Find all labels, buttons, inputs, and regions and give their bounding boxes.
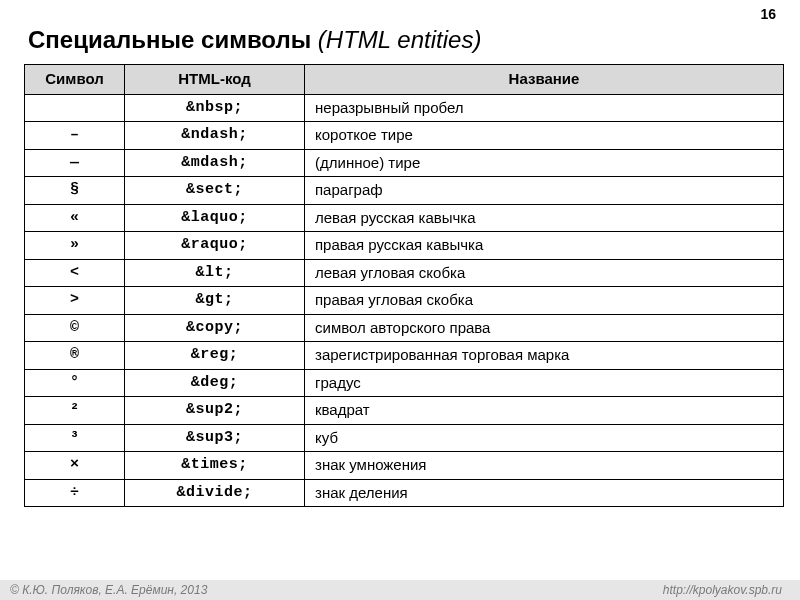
cell-code: &divide; <box>125 479 305 507</box>
col-code: HTML-код <box>125 65 305 95</box>
cell-description: правая русская кавычка <box>305 232 784 260</box>
cell-symbol: » <box>25 232 125 260</box>
table-row: >&gt;правая угловая скобка <box>25 287 784 315</box>
cell-symbol: ² <box>25 397 125 425</box>
cell-symbol: × <box>25 452 125 480</box>
cell-description: куб <box>305 424 784 452</box>
cell-symbol: — <box>25 149 125 177</box>
cell-description: параграф <box>305 177 784 205</box>
table-row: <&lt;левая угловая скобка <box>25 259 784 287</box>
page-title: Специальные символы (HTML entities) <box>0 0 800 64</box>
cell-symbol: ³ <box>25 424 125 452</box>
cell-code: &sect; <box>125 177 305 205</box>
table-row: ³&sup3;куб <box>25 424 784 452</box>
table-row: §&sect;параграф <box>25 177 784 205</box>
title-main: Специальные символы <box>28 26 311 53</box>
cell-code: &gt; <box>125 287 305 315</box>
entities-table: Символ HTML-код Название &nbsp;неразрывн… <box>24 64 784 507</box>
cell-code: &reg; <box>125 342 305 370</box>
cell-description: зарегистрированная торговая марка <box>305 342 784 370</box>
cell-code: &copy; <box>125 314 305 342</box>
cell-symbol: ° <box>25 369 125 397</box>
footer-url: http://kpolyakov.spb.ru <box>663 583 782 597</box>
cell-symbol: ÷ <box>25 479 125 507</box>
cell-description: квадрат <box>305 397 784 425</box>
table-row: °&deg;градус <box>25 369 784 397</box>
cell-description: символ авторского права <box>305 314 784 342</box>
cell-symbol: < <box>25 259 125 287</box>
cell-description: левая угловая скобка <box>305 259 784 287</box>
cell-code: &deg; <box>125 369 305 397</box>
cell-description: (длинное) тире <box>305 149 784 177</box>
table-row: ®&reg;зарегистрированная торговая марка <box>25 342 784 370</box>
col-symbol: Символ <box>25 65 125 95</box>
cell-code: &sup2; <box>125 397 305 425</box>
cell-code: &nbsp; <box>125 94 305 122</box>
cell-code: &laquo; <box>125 204 305 232</box>
cell-symbol: « <box>25 204 125 232</box>
table-row: ×&times;знак умножения <box>25 452 784 480</box>
cell-code: &raquo; <box>125 232 305 260</box>
cell-code: &ndash; <box>125 122 305 150</box>
cell-description: неразрывный пробел <box>305 94 784 122</box>
cell-symbol <box>25 94 125 122</box>
table-row: ÷&divide;знак деления <box>25 479 784 507</box>
cell-description: короткое тире <box>305 122 784 150</box>
cell-code: &lt; <box>125 259 305 287</box>
table-row: —&mdash;(длинное) тире <box>25 149 784 177</box>
cell-description: левая русская кавычка <box>305 204 784 232</box>
table-row: ©&copy;символ авторского права <box>25 314 784 342</box>
cell-code: &times; <box>125 452 305 480</box>
footer-copyright: © К.Ю. Поляков, Е.А. Ерёмин, 2013 <box>10 583 207 597</box>
page-number: 16 <box>760 6 776 22</box>
col-name: Название <box>305 65 784 95</box>
table-row: «&laquo;левая русская кавычка <box>25 204 784 232</box>
cell-code: &mdash; <box>125 149 305 177</box>
table-row: »&raquo;правая русская кавычка <box>25 232 784 260</box>
cell-code: &sup3; <box>125 424 305 452</box>
cell-symbol: > <box>25 287 125 315</box>
cell-symbol: – <box>25 122 125 150</box>
title-sub: (HTML entities) <box>318 26 482 53</box>
cell-description: правая угловая скобка <box>305 287 784 315</box>
footer: © К.Ю. Поляков, Е.А. Ерёмин, 2013 http:/… <box>0 580 800 600</box>
cell-description: градус <box>305 369 784 397</box>
cell-symbol: ® <box>25 342 125 370</box>
table-row: ²&sup2;квадрат <box>25 397 784 425</box>
cell-symbol: § <box>25 177 125 205</box>
table-row: –&ndash;короткое тире <box>25 122 784 150</box>
cell-symbol: © <box>25 314 125 342</box>
cell-description: знак умножения <box>305 452 784 480</box>
table-header-row: Символ HTML-код Название <box>25 65 784 95</box>
table-row: &nbsp;неразрывный пробел <box>25 94 784 122</box>
cell-description: знак деления <box>305 479 784 507</box>
